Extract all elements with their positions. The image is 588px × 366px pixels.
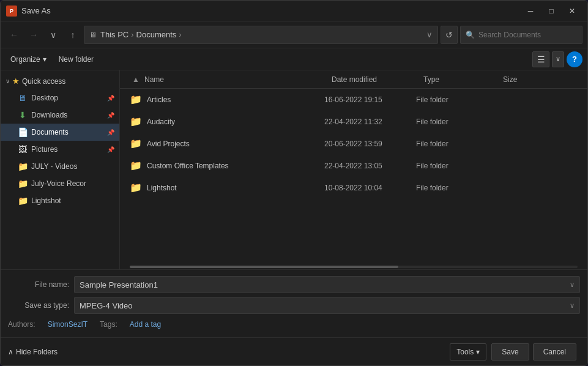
quick-access-header[interactable]: ∨ ★ Quick access	[1, 73, 119, 89]
file-name-articles: Articles	[147, 95, 324, 104]
filename-input[interactable]: Sample Presentation1 ∨	[74, 276, 580, 293]
quick-access-chevron-icon: ∨	[6, 78, 10, 84]
table-row[interactable]: 📁 Avid Projects 20-06-2022 13:59 File fo…	[120, 133, 587, 155]
help-button[interactable]: ?	[567, 51, 582, 67]
up-button[interactable]: ↑	[64, 26, 81, 43]
sidebar-item-july-videos[interactable]: 📁 JULY - Videos	[1, 158, 119, 175]
cancel-button[interactable]: Cancel	[533, 343, 576, 360]
organize-label: Organize	[10, 55, 40, 64]
july-videos-icon: 📁	[18, 162, 28, 171]
sidebar-label-july-videos: JULY - Videos	[31, 162, 77, 171]
column-size-header[interactable]: Size	[503, 75, 517, 84]
new-folder-label: New folder	[59, 55, 94, 64]
folder-icon-lightshot: 📁	[130, 182, 142, 193]
sidebar-item-downloads[interactable]: ⬇ Downloads 📌	[1, 106, 119, 124]
tags-add-link[interactable]: Add a tag	[130, 320, 161, 329]
sidebar-label-documents: Documents	[31, 128, 69, 136]
folder-icon-avid: 📁	[130, 138, 142, 149]
tools-label: Tools	[456, 348, 474, 356]
table-row[interactable]: 📁 Custom Office Templates 22-04-2022 13:…	[120, 155, 587, 177]
table-row[interactable]: 📁 Audacity 22-04-2022 11:32 File folder	[120, 111, 587, 133]
hide-folders-label: Hide Folders	[16, 348, 58, 356]
address-chevron-icon[interactable]: ∨	[426, 30, 433, 39]
maximize-button[interactable]: □	[541, 1, 562, 21]
folder-icon-audacity: 📁	[130, 116, 142, 127]
close-button[interactable]: ✕	[562, 1, 582, 21]
tags-label: Tags:	[100, 320, 117, 329]
sidebar-label-downloads: Downloads	[31, 111, 67, 119]
save-button[interactable]: Save	[491, 343, 529, 360]
lightshot-icon: 📁	[18, 196, 28, 206]
july-voice-icon: 📁	[18, 179, 28, 189]
navigation-toolbar: ← → ∨ ↑ 🖥 This PC › Documents › ∨ ↺ 🔍	[1, 21, 587, 48]
command-bar: Organize ▾ New folder ☰ ∨ ?	[1, 48, 587, 70]
filename-label: File name:	[8, 280, 69, 289]
title-bar: P Save As ─ □ ✕	[1, 1, 587, 21]
metadata-row: Authors: SimonSezIT Tags: Add a tag	[8, 318, 580, 331]
new-folder-button[interactable]: New folder	[54, 51, 99, 67]
filename-row: File name: Sample Presentation1 ∨	[8, 276, 580, 293]
file-name-audacity: Audacity	[147, 118, 324, 126]
back-button[interactable]: ←	[6, 26, 23, 43]
sidebar-label-lightshot: Lightshot	[31, 196, 61, 205]
downloads-pin-icon: 📌	[107, 112, 114, 119]
quick-access-label: Quick access	[22, 77, 65, 86]
file-date-audacity: 22-04-2022 11:32	[324, 118, 416, 126]
file-date-avid: 20-06-2022 13:59	[324, 140, 416, 148]
quick-access-star-icon: ★	[12, 77, 20, 86]
view-button[interactable]: ☰	[532, 51, 549, 67]
organize-button[interactable]: Organize ▾	[6, 51, 51, 67]
file-type-avid: File folder	[416, 140, 496, 148]
desktop-icon: 🖥	[18, 93, 28, 103]
view-chevron-button[interactable]: ∨	[552, 51, 564, 67]
sort-arrow: ▲	[130, 75, 142, 84]
file-date-lightshot: 10-08-2022 10:04	[324, 184, 416, 192]
footer: ∧ Hide Folders Tools ▾ Save Cancel	[1, 337, 587, 365]
authors-value[interactable]: SimonSezIT	[48, 320, 87, 329]
bottom-form: File name: Sample Presentation1 ∨ Save a…	[1, 269, 587, 337]
sidebar-item-documents[interactable]: 📄 Documents 📌	[1, 124, 119, 141]
sidebar-item-lightshot[interactable]: 📁 Lightshot	[1, 192, 119, 209]
column-name-header[interactable]: Name	[142, 75, 332, 84]
sidebar-item-pictures[interactable]: 🖼 Pictures 📌	[1, 141, 119, 158]
sidebar: ∨ ★ Quick access 🖥 Desktop 📌 ⬇ Downloads…	[1, 70, 120, 269]
tools-button[interactable]: Tools ▾	[450, 343, 486, 360]
filetype-label: Save as type:	[8, 301, 69, 310]
sidebar-item-july-voice[interactable]: 📁 July-Voice Recor	[1, 175, 119, 192]
app-icon: P	[6, 5, 18, 17]
forward-button[interactable]: →	[25, 26, 42, 43]
file-date-articles: 16-06-2022 19:15	[324, 95, 416, 104]
filename-value: Sample Presentation1	[80, 280, 158, 289]
table-row[interactable]: 📁 Articles 16-06-2022 19:15 File folder	[120, 89, 587, 111]
file-date-custom: 22-04-2022 13:05	[324, 162, 416, 170]
file-name-avid: Avid Projects	[147, 140, 324, 148]
column-date-header[interactable]: Date modified	[332, 75, 423, 84]
filetype-select[interactable]: MPEG-4 Video ∨	[74, 297, 580, 314]
filename-chevron-icon: ∨	[570, 281, 575, 289]
table-row[interactable]: 📁 Lightshot 10-08-2022 10:04 File folder	[120, 177, 587, 199]
filetype-value: MPEG-4 Video	[80, 301, 132, 310]
file-type-lightshot: File folder	[416, 184, 496, 192]
hide-folders-chevron-icon: ∧	[8, 348, 13, 356]
documents-icon: 📄	[18, 127, 28, 137]
column-header: ▲ Name Date modified Type Size	[120, 70, 587, 89]
search-box[interactable]: 🔍	[460, 26, 582, 44]
refresh-button[interactable]: ↺	[441, 26, 458, 44]
desktop-pin-icon: 📌	[107, 95, 114, 102]
crumb-documents: Documents	[136, 30, 177, 39]
file-type-articles: File folder	[416, 95, 496, 104]
scroll-indicator	[130, 266, 578, 268]
save-as-dialog: P Save As ─ □ ✕ ← → ∨ ↑ 🖥 This PC › Docu…	[0, 0, 588, 366]
main-area: ∨ ★ Quick access 🖥 Desktop 📌 ⬇ Downloads…	[1, 70, 587, 269]
hide-folders-button[interactable]: ∧ Hide Folders	[8, 348, 58, 356]
search-input[interactable]	[478, 31, 577, 39]
crumb-thispc: This PC	[100, 30, 128, 39]
sidebar-item-desktop[interactable]: 🖥 Desktop 📌	[1, 89, 119, 106]
breadcrumb: This PC › Documents ›	[100, 30, 182, 39]
address-bar[interactable]: 🖥 This PC › Documents › ∨	[84, 26, 438, 44]
pictures-icon: 🖼	[18, 144, 28, 154]
dropdown-button[interactable]: ∨	[45, 26, 62, 43]
minimize-button[interactable]: ─	[520, 1, 541, 21]
column-type-header[interactable]: Type	[423, 75, 503, 84]
file-type-audacity: File folder	[416, 118, 496, 126]
